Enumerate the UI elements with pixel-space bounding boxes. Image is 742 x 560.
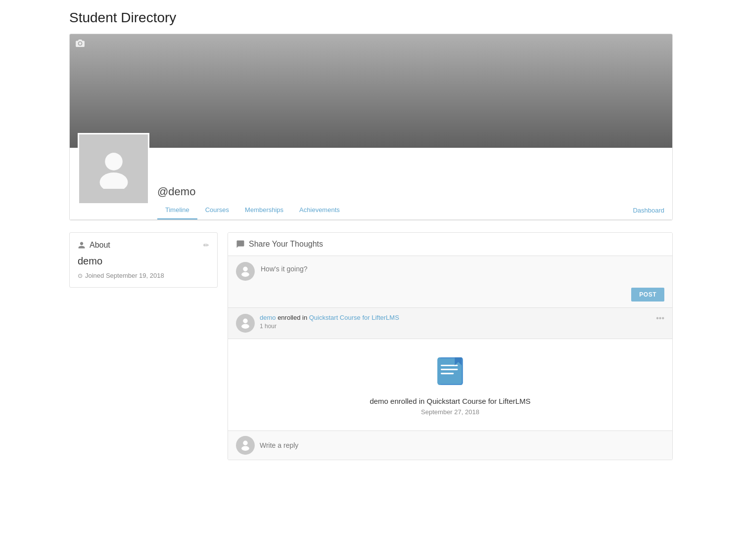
- about-label: About: [90, 241, 110, 250]
- svg-rect-8: [437, 358, 462, 384]
- clock-icon: ⊙: [78, 272, 83, 279]
- svg-point-0: [105, 153, 123, 171]
- page-title: Student Directory: [69, 10, 673, 26]
- join-date-text: Joined September 19, 2018: [85, 272, 164, 279]
- svg-point-13: [243, 441, 247, 445]
- share-header: Share Your Thoughts: [228, 233, 672, 256]
- edit-icon[interactable]: ✏: [203, 241, 209, 249]
- reply-avatar: [236, 436, 255, 455]
- enrollment-date: September 27, 2018: [236, 408, 664, 416]
- activity-enrolled-text: enrolled in: [276, 314, 309, 321]
- feed-area: Share Your Thoughts POST: [228, 232, 673, 460]
- dashboard-link[interactable]: Dashboard: [633, 202, 664, 219]
- svg-point-1: [99, 172, 128, 189]
- sidebar-header: About ✏: [78, 241, 209, 250]
- post-button[interactable]: POST: [631, 288, 664, 302]
- join-date: ⊙ Joined September 19, 2018: [78, 272, 209, 279]
- avatar-container: [78, 133, 149, 205]
- sidebar-title-row: About: [78, 241, 110, 250]
- book-icon: [433, 354, 467, 388]
- tab-achievements[interactable]: Achievements: [291, 201, 348, 219]
- username-nav-area: @demo Timeline Courses Memberships Achie…: [157, 181, 664, 219]
- enrollment-card: demo enrolled in Quickstart Course for L…: [228, 339, 672, 431]
- tab-memberships[interactable]: Memberships: [237, 201, 291, 219]
- profile-nav: Timeline Courses Memberships Achievement…: [157, 201, 664, 219]
- activity-item: demo enrolled in Quickstart Course for L…: [228, 308, 672, 339]
- reply-area: [228, 431, 672, 460]
- activity-user-link[interactable]: demo: [260, 314, 276, 321]
- thought-input[interactable]: [261, 262, 664, 276]
- chat-icon: [236, 240, 245, 249]
- person-icon: [78, 241, 86, 249]
- cover-photo: [70, 34, 672, 148]
- svg-point-3: [241, 272, 249, 277]
- sidebar: About ✏ demo ⊙ Joined September 19, 2018: [69, 232, 218, 288]
- tab-timeline[interactable]: Timeline: [157, 201, 197, 219]
- svg-point-4: [243, 319, 247, 323]
- activity-menu-icon[interactable]: •••: [656, 314, 664, 323]
- sidebar-username: demo: [78, 256, 209, 267]
- page-wrapper: Student Directory: [59, 0, 683, 470]
- activity-course-link[interactable]: Quickstart Course for LifterLMS: [309, 314, 399, 321]
- svg-point-14: [241, 446, 249, 451]
- small-avatar: [236, 262, 255, 281]
- activity-description: demo enrolled in Quickstart Course for L…: [260, 314, 651, 321]
- avatar: [78, 133, 149, 205]
- book-icon-container: [236, 354, 664, 390]
- reply-input[interactable]: [260, 438, 664, 452]
- svg-point-5: [241, 324, 249, 329]
- avatar-silhouette: [79, 134, 148, 203]
- svg-point-2: [243, 267, 247, 271]
- post-btn-row: POST: [228, 285, 672, 308]
- profile-bottom-bar: @demo Timeline Courses Memberships Achie…: [70, 148, 672, 220]
- share-header-text: Share Your Thoughts: [249, 240, 323, 249]
- tab-courses[interactable]: Courses: [197, 201, 237, 219]
- share-input-area: [228, 256, 672, 285]
- activity-avatar: [236, 314, 255, 333]
- share-section: Share Your Thoughts POST: [228, 233, 672, 308]
- username-display: @demo: [157, 181, 664, 200]
- camera-icon: [76, 39, 85, 49]
- enrollment-title: demo enrolled in Quickstart Course for L…: [236, 397, 664, 405]
- activity-time: 1 hour: [260, 323, 651, 330]
- profile-card: @demo Timeline Courses Memberships Achie…: [69, 34, 673, 220]
- activity-text-block: demo enrolled in Quickstart Course for L…: [260, 314, 651, 330]
- main-content: About ✏ demo ⊙ Joined September 19, 2018…: [69, 232, 673, 460]
